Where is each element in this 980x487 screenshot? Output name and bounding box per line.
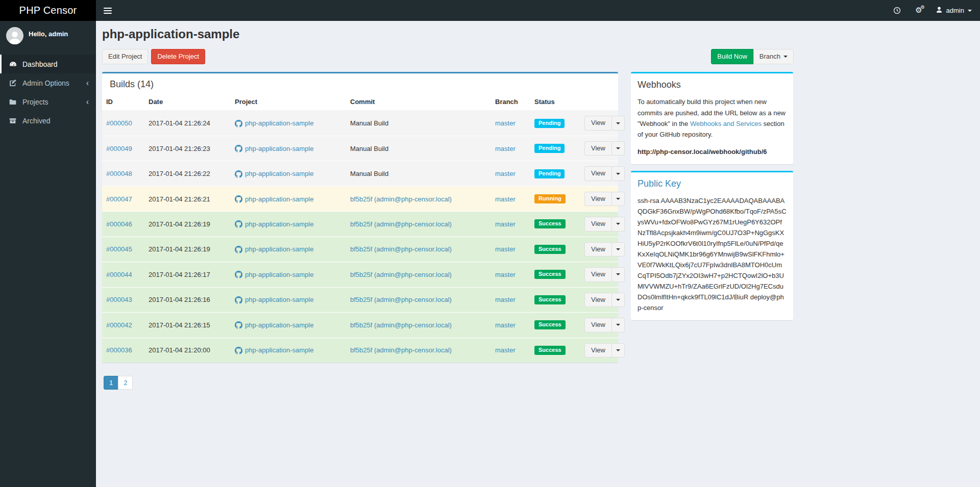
build-id-link[interactable]: #000048 bbox=[106, 170, 132, 177]
view-dropdown-button[interactable] bbox=[611, 343, 625, 357]
commit-link[interactable]: bf5b25f (admin@php-censor.local) bbox=[350, 220, 452, 228]
view-build-button[interactable]: View bbox=[584, 293, 612, 307]
build-date: 2017-01-04 21:26:22 bbox=[144, 161, 231, 186]
build-date: 2017-01-04 21:20:00 bbox=[144, 338, 231, 363]
sidebar-menu: DashboardAdmin Options‹Projects‹Archived bbox=[0, 55, 96, 130]
sidebar-item-admin-options[interactable]: Admin Options‹ bbox=[0, 73, 96, 92]
view-dropdown-button[interactable] bbox=[611, 318, 625, 332]
branch-link[interactable]: master bbox=[495, 271, 516, 278]
view-dropdown-button[interactable] bbox=[611, 267, 625, 281]
view-build-button[interactable]: View bbox=[584, 166, 612, 181]
settings-button[interactable]: ⚙⚙ bbox=[915, 7, 922, 14]
build-id-link[interactable]: #000047 bbox=[106, 195, 132, 203]
view-dropdown-button[interactable] bbox=[611, 242, 625, 257]
build-date: 2017-01-04 21:26:24 bbox=[144, 111, 231, 136]
view-dropdown-button[interactable] bbox=[611, 166, 625, 181]
user-menu-button[interactable]: admin bbox=[936, 6, 972, 15]
branch-link[interactable]: master bbox=[495, 145, 516, 152]
public-key-panel-title[interactable]: Public Key bbox=[631, 172, 793, 191]
sidebar-greeting: Hello, admin bbox=[23, 27, 68, 44]
project-link[interactable]: php-application-sample bbox=[235, 194, 313, 203]
project-link[interactable]: php-application-sample bbox=[235, 144, 313, 153]
branch-link[interactable]: master bbox=[495, 119, 516, 127]
cogs-icon: ⚙⚙ bbox=[915, 7, 922, 14]
github-icon bbox=[235, 245, 242, 254]
status-badge: Running bbox=[534, 194, 566, 203]
edit-project-button[interactable]: Edit Project bbox=[102, 49, 148, 64]
view-dropdown-button[interactable] bbox=[611, 192, 625, 206]
branch-link[interactable]: master bbox=[495, 220, 516, 228]
pagination-page-1[interactable]: 1 bbox=[104, 376, 118, 390]
build-timeline-button[interactable] bbox=[893, 7, 901, 14]
view-dropdown-button[interactable] bbox=[611, 217, 625, 231]
view-build-button[interactable]: View bbox=[584, 318, 612, 332]
build-id-link[interactable]: #000049 bbox=[106, 145, 132, 152]
view-build-button[interactable]: View bbox=[584, 116, 612, 130]
sidebar-item-dashboard[interactable]: Dashboard bbox=[0, 55, 96, 73]
project-link[interactable]: php-application-sample bbox=[235, 119, 313, 128]
view-build-button[interactable]: View bbox=[584, 217, 612, 231]
sidebar-toggle-button[interactable] bbox=[96, 0, 119, 21]
webhooks-panel: Webhooks To automatically build this pro… bbox=[631, 72, 793, 164]
pagination-page-2[interactable]: 2 bbox=[118, 376, 133, 390]
top-navbar: PHP Censor ⚙⚙ admin bbox=[0, 0, 980, 21]
delete-project-button[interactable]: Delete Project bbox=[151, 49, 205, 64]
column-header-actions bbox=[580, 93, 618, 111]
commit-text: Manual Build bbox=[350, 119, 388, 127]
commit-link[interactable]: bf5b25f (admin@php-censor.local) bbox=[350, 346, 452, 354]
build-date: 2017-01-04 21:26:19 bbox=[144, 212, 231, 237]
branch-link[interactable]: master bbox=[495, 245, 516, 253]
edit-icon bbox=[9, 80, 18, 87]
sidebar-item-projects[interactable]: Projects‹ bbox=[0, 92, 96, 111]
commit-link[interactable]: bf5b25f (admin@php-censor.local) bbox=[350, 195, 452, 203]
view-dropdown-button[interactable] bbox=[611, 116, 625, 130]
brand-logo[interactable]: PHP Censor bbox=[0, 0, 96, 21]
column-header-commit: Commit bbox=[346, 93, 491, 111]
view-build-button[interactable]: View bbox=[584, 192, 612, 206]
sidebar-user-panel: Hello, admin bbox=[0, 21, 96, 52]
build-id-link[interactable]: #000043 bbox=[106, 296, 132, 303]
commit-link[interactable]: bf5b25f (admin@php-censor.local) bbox=[350, 321, 452, 329]
build-id-link[interactable]: #000042 bbox=[106, 321, 132, 329]
branch-link[interactable]: master bbox=[495, 195, 516, 203]
build-id-link[interactable]: #000046 bbox=[106, 220, 132, 228]
project-link[interactable]: php-application-sample bbox=[235, 245, 313, 254]
project-link[interactable]: php-application-sample bbox=[235, 219, 313, 228]
branch-dropdown-label: Branch bbox=[760, 52, 780, 61]
build-id-link[interactable]: #000050 bbox=[106, 119, 132, 127]
branch-link[interactable]: master bbox=[495, 170, 516, 177]
build-date: 2017-01-04 21:26:23 bbox=[144, 136, 231, 161]
project-link[interactable]: php-application-sample bbox=[235, 270, 313, 279]
branch-link[interactable]: master bbox=[495, 296, 516, 303]
view-build-button[interactable]: View bbox=[584, 343, 612, 357]
project-link[interactable]: php-application-sample bbox=[235, 295, 313, 304]
column-header-date: Date bbox=[144, 93, 231, 111]
webhooks-services-link[interactable]: Webhooks and Services bbox=[690, 120, 762, 127]
github-icon bbox=[235, 169, 242, 178]
project-link[interactable]: php-application-sample bbox=[235, 169, 313, 178]
build-id-link[interactable]: #000036 bbox=[106, 346, 132, 354]
branch-link[interactable]: master bbox=[495, 321, 516, 329]
build-date: 2017-01-04 21:26:17 bbox=[144, 262, 231, 287]
sidebar-item-archived[interactable]: Archived bbox=[0, 111, 96, 130]
view-dropdown-button[interactable] bbox=[611, 293, 625, 307]
view-build-button[interactable]: View bbox=[584, 242, 612, 257]
project-link[interactable]: php-application-sample bbox=[235, 346, 313, 355]
caret-down-icon bbox=[616, 198, 620, 200]
project-link[interactable]: php-application-sample bbox=[235, 320, 313, 329]
build-row: #0000422017-01-04 21:26:15php-applicatio… bbox=[102, 313, 618, 338]
pagination: 12 bbox=[104, 376, 133, 390]
commit-link[interactable]: bf5b25f (admin@php-censor.local) bbox=[350, 245, 452, 253]
view-build-button[interactable]: View bbox=[584, 267, 612, 281]
view-build-button[interactable]: View bbox=[584, 141, 612, 156]
view-dropdown-button[interactable] bbox=[611, 141, 625, 156]
build-now-button[interactable]: Build Now bbox=[711, 49, 753, 64]
build-date: 2017-01-04 21:26:16 bbox=[144, 287, 231, 312]
column-header-project: Project bbox=[231, 93, 346, 111]
commit-link[interactable]: bf5b25f (admin@php-censor.local) bbox=[350, 296, 452, 303]
branch-dropdown-button[interactable]: Branch bbox=[753, 49, 794, 64]
branch-link[interactable]: master bbox=[495, 346, 516, 354]
commit-link[interactable]: bf5b25f (admin@php-censor.local) bbox=[350, 271, 452, 278]
build-id-link[interactable]: #000044 bbox=[106, 271, 132, 278]
build-id-link[interactable]: #000045 bbox=[106, 245, 132, 253]
